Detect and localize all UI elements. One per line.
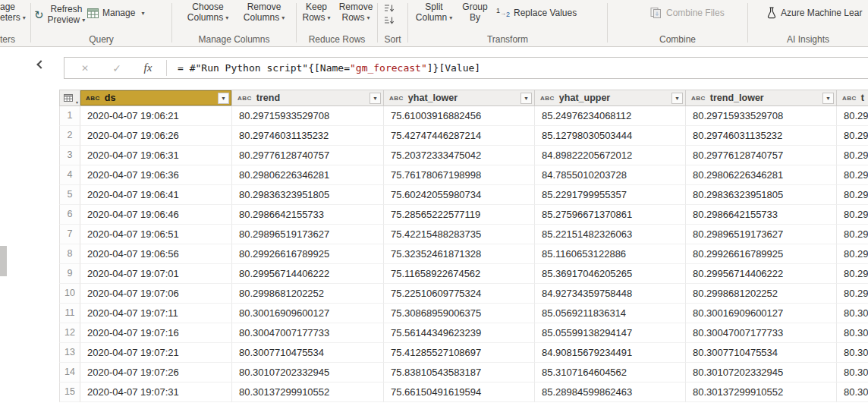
cell-cut[interactable]: 80.29 [837, 205, 868, 225]
cell-trend[interactable]: 80.30107202332945 [232, 363, 384, 383]
manage-parameters-button-cut[interactable]: age eters▾ [0, 0, 30, 24]
remove-columns-button[interactable]: Remove Columns▾ [234, 0, 294, 24]
cell-yhat-upper[interactable]: 85.05599138294147 [535, 323, 686, 343]
table-corner-button[interactable]: ▾ [59, 90, 80, 106]
cell-trend-lower[interactable]: 80.3007710475534 [686, 343, 837, 363]
cell-yhat-lower[interactable]: 75.42747446287214 [384, 126, 535, 146]
cell-trend[interactable]: 80.29836323951805 [232, 185, 384, 205]
cell-yhat-upper[interactable]: 84.7855010203728 [535, 165, 686, 185]
keep-rows-button[interactable]: Keep Rows▾ [297, 0, 336, 24]
cell-yhat-lower[interactable]: 75.11658922674562 [384, 264, 535, 284]
cell-yhat-lower[interactable]: 75.42215488283735 [384, 225, 535, 244]
cell-yhat-lower[interactable]: 75.20372333475042 [384, 146, 535, 165]
cell-ds[interactable]: 2020-04-07 19:06:31 [80, 146, 232, 165]
cell-yhat-upper[interactable]: 85.28984599862463 [535, 383, 686, 402]
cell-ds[interactable]: 2020-04-07 19:07:26 [80, 363, 232, 383]
cell-yhat-upper[interactable]: 84.89822205672012 [535, 146, 686, 165]
manage-button[interactable]: Manage ▾ [87, 8, 144, 18]
cell-trend-lower[interactable]: 80.2986642155733 [686, 205, 837, 225]
cell-yhat-lower[interactable]: 75.56144349623239 [384, 323, 535, 343]
cell-cut[interactable]: 80.29 [837, 284, 868, 304]
cell-ds[interactable]: 2020-04-07 19:06:21 [80, 106, 232, 126]
cell-cut[interactable]: 80.29 [837, 106, 868, 126]
filter-button[interactable]: ▼ [370, 93, 381, 104]
cell-trend[interactable]: 80.29956714406222 [232, 264, 384, 284]
filter-button[interactable]: ▼ [822, 93, 834, 104]
cell-trend-lower[interactable]: 80.29956714406222 [686, 264, 837, 284]
cell-cut[interactable]: 80.29 [837, 225, 868, 244]
cell-trend[interactable]: 80.30047007177733 [232, 323, 384, 343]
replace-values-button[interactable]: 1→2 Replace Values [496, 8, 577, 18]
cell-yhat-lower[interactable]: 75.60242055980734 [384, 185, 535, 205]
cell-cut[interactable]: 80.30 [837, 304, 868, 323]
column-header-cut[interactable]: ABC t [837, 90, 868, 106]
cell-ds[interactable]: 2020-04-07 19:07:11 [80, 304, 232, 323]
sort-descending-button[interactable] [384, 14, 401, 25]
commit-formula-button[interactable]: ✓ [107, 62, 127, 74]
cell-trend[interactable]: 80.29746031135232 [232, 126, 384, 146]
cell-yhat-lower[interactable]: 75.76178067198998 [384, 165, 535, 185]
cell-ds[interactable]: 2020-04-07 19:06:51 [80, 225, 232, 244]
cell-trend[interactable]: 80.30137299910552 [232, 383, 384, 402]
cell-trend-lower[interactable]: 80.30016909600127 [686, 304, 837, 323]
cell-ds[interactable]: 2020-04-07 19:06:56 [80, 244, 232, 264]
cell-cut[interactable]: 80.29 [837, 264, 868, 284]
cell-ds[interactable]: 2020-04-07 19:06:41 [80, 185, 232, 205]
cell-trend-lower[interactable]: 80.29896519173627 [686, 225, 837, 244]
cell-cut[interactable]: 80.29 [837, 146, 868, 165]
cell-cut[interactable]: 80.30 [837, 363, 868, 383]
cell-cut[interactable]: 80.30 [837, 343, 868, 363]
cell-ds[interactable]: 2020-04-07 19:07:16 [80, 323, 232, 343]
cell-yhat-lower[interactable]: 75.22510609775324 [384, 284, 535, 304]
sort-ascending-button[interactable] [384, 2, 401, 13]
cell-yhat-upper[interactable]: 85.27596671370861 [535, 205, 686, 225]
split-column-button[interactable]: Split Column▾ [411, 0, 457, 24]
group-by-button[interactable]: Group By [458, 0, 492, 23]
column-header-yhat-upper[interactable]: ABC yhat_upper ▼ [535, 90, 686, 106]
column-header-trend[interactable]: ABC trend ▼ [232, 90, 384, 106]
remove-rows-button[interactable]: Remove Rows▾ [335, 0, 377, 24]
cell-trend[interactable]: 80.2998681202252 [232, 284, 384, 304]
cell-trend-lower[interactable]: 80.30107202332945 [686, 363, 837, 383]
cell-trend-lower[interactable]: 80.29836323951805 [686, 185, 837, 205]
cell-yhat-upper[interactable]: 85.1160653122886 [535, 244, 686, 264]
cell-yhat-lower[interactable]: 75.41285527108697 [384, 343, 535, 363]
refresh-preview-button[interactable]: ↻ Refresh Preview▾ [34, 4, 85, 26]
cell-cut[interactable]: 80.29 [837, 185, 868, 205]
cell-ds[interactable]: 2020-04-07 19:06:26 [80, 126, 232, 146]
choose-columns-button[interactable]: Choose Columns▾ [178, 0, 237, 24]
filter-button[interactable]: ▼ [218, 93, 229, 104]
cell-trend-lower[interactable]: 80.29746031135232 [686, 126, 837, 146]
fx-icon[interactable]: fx [137, 61, 159, 74]
cell-trend-lower[interactable]: 80.29715933529708 [686, 106, 837, 126]
combine-files-button[interactable]: Combine Files [650, 8, 725, 18]
cell-ds[interactable]: 2020-04-07 19:07:31 [80, 383, 232, 402]
cell-ds[interactable]: 2020-04-07 19:06:46 [80, 205, 232, 225]
cell-yhat-upper[interactable]: 85.2291799955357 [535, 185, 686, 205]
column-header-yhat-lower[interactable]: ABC yhat_lower ▼ [384, 90, 535, 106]
cell-cut[interactable]: 80.29 [837, 126, 868, 146]
cell-cut[interactable]: 80.29 [837, 244, 868, 264]
formula-input[interactable]: = #"Run Python script"{[Name="gm_forecas… [178, 62, 480, 74]
cell-yhat-upper[interactable]: 84.90815679234491 [535, 343, 686, 363]
collapse-queries-pane-button[interactable] [35, 59, 47, 71]
cell-yhat-lower[interactable]: 75.28565222577119 [384, 205, 535, 225]
filter-button[interactable]: ▼ [671, 93, 683, 104]
cell-ds[interactable]: 2020-04-07 19:07:01 [80, 264, 232, 284]
cell-trend-lower[interactable]: 80.2998681202252 [686, 284, 837, 304]
cell-yhat-lower[interactable]: 75.32352461871328 [384, 244, 535, 264]
cell-trend[interactable]: 80.3007710475534 [232, 343, 384, 363]
cell-trend[interactable]: 80.29776128740757 [232, 146, 384, 165]
cell-trend[interactable]: 80.2986642155733 [232, 205, 384, 225]
cell-trend[interactable]: 80.30016909600127 [232, 304, 384, 323]
cell-ds[interactable]: 2020-04-07 19:07:06 [80, 284, 232, 304]
cell-trend[interactable]: 80.29926616789925 [232, 244, 384, 264]
azure-machine-learning-button[interactable]: Azure Machine Lear [766, 7, 862, 19]
column-header-ds[interactable]: ABC ds ▼ [80, 90, 232, 106]
column-header-trend-lower[interactable]: ABC trend_lower ▼ [686, 90, 837, 106]
cell-trend[interactable]: 80.29896519173627 [232, 225, 384, 244]
queries-pane-collapsed-strip[interactable] [0, 246, 7, 276]
cell-yhat-upper[interactable]: 85.22151482326063 [535, 225, 686, 244]
cell-yhat-lower[interactable]: 75.61003916882456 [384, 106, 535, 126]
cell-yhat-upper[interactable]: 85.24976234068112 [535, 106, 686, 126]
